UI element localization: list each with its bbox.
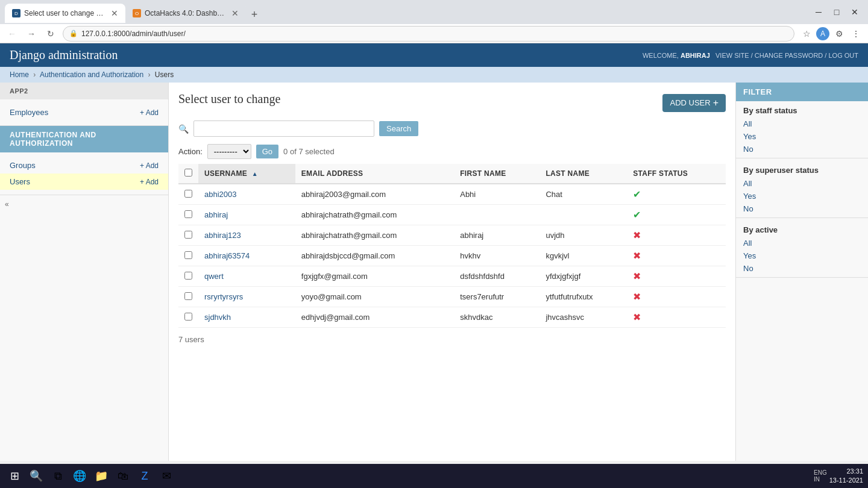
breadcrumb-auth[interactable]: Authentication and Authorization [40,70,143,79]
sidebar-item-groups[interactable]: Groups + Add [0,157,168,174]
select-all-checkbox[interactable] [184,169,192,177]
row-username: abhiraj123 [198,225,295,246]
staff-false-icon: ✖ [633,271,641,281]
username-link[interactable]: rsryrtyrsyrs [204,292,243,301]
sidebar-item-users[interactable]: Users + Add [0,174,168,190]
tab-close-octahacks[interactable]: ✕ [231,8,239,18]
reload-button[interactable]: ↻ [43,27,58,41]
username-link[interactable]: abhiraj [204,210,228,219]
row-staff: ✖ [627,246,726,266]
sidebar-users-add[interactable]: + Add [140,178,159,186]
new-tab-button[interactable]: + [246,6,263,23]
row-staff: ✖ [627,266,726,287]
search-button[interactable]: Search [379,121,418,136]
row-checkbox[interactable] [184,190,192,198]
sidebar-groups-add[interactable]: + Add [140,161,159,170]
username-link[interactable]: qwert [204,272,224,281]
row-firstname: Abhi [454,184,539,205]
filter-link[interactable]: All [743,119,752,128]
breadcrumb-home[interactable]: Home [10,70,29,79]
sidebar-employees-label: Employees [10,108,48,117]
extensions-button[interactable]: ⚙ [832,27,846,41]
django-title: Django administration [10,48,118,62]
row-checkbox[interactable] [184,292,192,300]
row-staff: ✖ [627,225,726,246]
go-button[interactable]: Go [256,145,278,158]
filter-link[interactable]: No [743,264,753,273]
th-lastname[interactable]: LAST NAME [539,164,627,184]
tab-title-django: Select user to change | Django a... [24,9,105,17]
staff-true-icon: ✔ [633,189,641,199]
row-lastname: kgvkjvl [539,246,627,266]
row-username: sjdhvkh [198,307,295,328]
tab-close-django[interactable]: ✕ [111,8,118,18]
back-button[interactable]: ← [5,27,19,41]
tab-favicon-django: D [12,9,20,17]
filter-link[interactable]: Yes [743,132,756,141]
row-username: qwert [198,266,295,287]
select-all-th [178,164,198,184]
url-bar[interactable]: 🔒 127.0.0.1:8000/admin/auth/user/ [63,26,794,42]
tab-title-octahacks: OctaHacks 4.0: Dashboard | Dev... [145,9,225,17]
staff-false-icon: ✖ [633,251,641,261]
breadcrumb-sep2: › [148,70,151,79]
filter-divider [736,158,868,158]
row-checkbox[interactable] [184,272,192,280]
tab-django[interactable]: D Select user to change | Django a... ✕ [5,4,125,23]
row-checkbox[interactable] [184,210,192,218]
view-site-link[interactable]: VIEW SITE [715,52,749,59]
row-lastname: uvjdh [539,225,627,246]
sidebar-item-employees[interactable]: Employees + Add [0,104,168,120]
tab-octahacks[interactable]: O OctaHacks 4.0: Dashboard | Dev... ✕ [125,4,246,23]
profile-button[interactable]: A [816,27,829,40]
table-row: rsryrtyrsyrs yoyo@gmail.com tsers7erufut… [178,287,726,307]
filter-link[interactable]: All [743,179,752,188]
username-link[interactable]: abhiraj63574 [204,251,250,260]
filter-link[interactable]: Yes [743,251,756,260]
minimize-button[interactable]: ─ [810,4,827,20]
maximize-button[interactable]: □ [828,4,845,20]
filter-item: No [736,202,868,215]
row-lastname: yfdxjgfxjgf [539,266,627,287]
row-staff: ✔ [627,184,726,205]
close-button[interactable]: ✕ [846,4,863,20]
row-firstname: dsfdshfdshfd [454,266,539,287]
change-password-link[interactable]: CHANGE PASSWORD [755,52,823,59]
row-email: edhjvdj@gmail.com [295,307,454,328]
filter-item: Yes [736,249,868,262]
user-info: WELCOME, ABHIRAJ VIEW SITE / CHANGE PASS… [643,52,858,59]
row-checkbox-cell [178,225,198,246]
add-user-button[interactable]: ADD USER + [662,94,726,112]
row-checkbox-cell [178,246,198,266]
row-checkbox[interactable] [184,251,192,259]
sidebar-employees-add[interactable]: + Add [140,108,159,117]
username-link[interactable]: abhi2003 [204,190,237,199]
sidebar-collapse-btn[interactable]: « [0,195,168,213]
row-staff: ✔ [627,205,726,225]
action-select[interactable]: --------- [207,144,251,159]
th-staff[interactable]: STAFF STATUS [627,164,726,184]
table-row: qwert fgxjgfx@gmail.com dsfdshfdshfd yfd… [178,266,726,287]
log-out-link[interactable]: LOG OUT [828,52,858,59]
filter-link[interactable]: No [743,204,753,213]
menu-button[interactable]: ⋮ [849,27,863,41]
content-area: Select user to change ADD USER + 🔍 Searc… [169,83,868,461]
bookmark-button[interactable]: ☆ [799,27,814,41]
filter-link[interactable]: No [743,145,753,154]
row-email: fgxjgfx@gmail.com [295,266,454,287]
row-checkbox[interactable] [184,231,192,239]
row-checkbox-cell [178,266,198,287]
username-link[interactable]: abhiraj123 [204,231,241,240]
table-row: abhiraj abhirajchatrath@gmail.com ✔ [178,205,726,225]
username-link[interactable]: sjdhvkh [204,313,231,322]
filter-link[interactable]: All [743,239,752,248]
search-input[interactable] [193,120,374,137]
row-checkbox[interactable] [184,313,192,321]
filter-link[interactable]: Yes [743,192,756,201]
th-firstname[interactable]: FIRST NAME [454,164,539,184]
row-firstname [454,205,539,225]
th-email[interactable]: EMAIL ADDRESS [295,164,454,184]
th-username[interactable]: USERNAME ▲ [198,164,295,184]
forward-button[interactable]: → [24,27,39,41]
th-firstname-label: FIRST NAME [460,169,506,178]
